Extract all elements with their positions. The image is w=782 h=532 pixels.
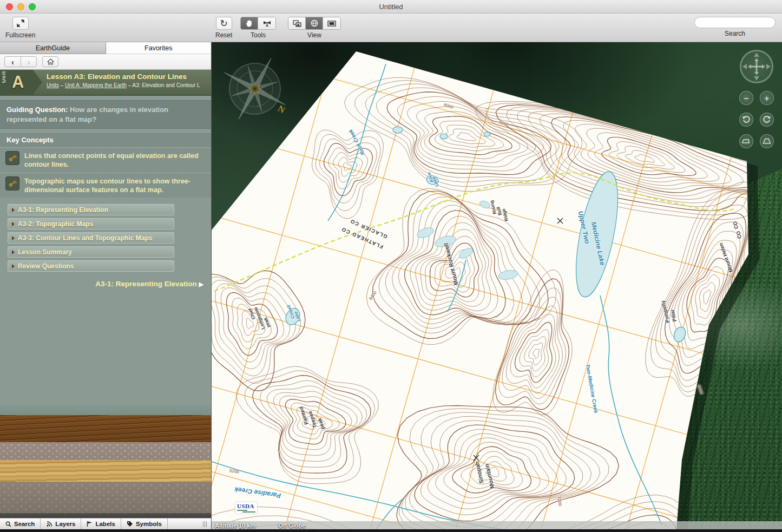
drag-grip-icon[interactable]: [203, 518, 211, 529]
disclosure-triangle-icon: [12, 236, 15, 240]
fly-tool-icon: [263, 20, 271, 27]
lesson-header: Unit A Lesson A3: Elevation and Contour …: [0, 70, 211, 96]
globe-view-button[interactable]: [306, 17, 323, 29]
fly-tool-button[interactable]: [258, 17, 275, 29]
lesson-item-a3-1[interactable]: A3-1: Representing Elevation: [8, 204, 174, 215]
unit-badge: Unit A: [0, 70, 42, 95]
tilt-flat-icon: [742, 138, 751, 145]
bottom-tab-search[interactable]: Search: [0, 518, 41, 529]
tools-segmented-control: [240, 17, 276, 30]
film-view-button[interactable]: [323, 17, 340, 29]
compass-north-label: N: [276, 103, 287, 116]
breadcrumb: Units – Unit A: Mapping the Earth – A3: …: [47, 82, 200, 88]
usda-logo: USDA: [235, 502, 257, 514]
zoom-out-button[interactable]: −: [739, 91, 753, 105]
unit-letter: A: [12, 73, 24, 92]
fullscreen-arrows-icon: [17, 19, 24, 27]
hand-tool-button[interactable]: [241, 17, 258, 29]
next-section-link[interactable]: A3-1: Representing Elevation ▶: [0, 280, 211, 288]
window-title: Untitled: [379, 3, 403, 11]
topographic-map[interactable]: [212, 42, 781, 529]
search-input[interactable]: [700, 18, 782, 27]
bottom-tab-labels[interactable]: Labels: [81, 518, 121, 529]
home-button[interactable]: [42, 56, 58, 67]
tab-favorites[interactable]: Favorites: [106, 42, 212, 54]
bottom-tab-layers[interactable]: Layers: [41, 518, 81, 529]
sidebar-empty-area: [0, 288, 211, 405]
rotate-ccw-button[interactable]: [739, 113, 753, 127]
key-concept-item: Lines that connect points of equal eleva…: [0, 147, 211, 173]
view-segmented-control: [288, 17, 341, 30]
strata-dark-layer: [0, 513, 211, 518]
lesson-item-a3-2[interactable]: A3-2: Topographic Maps: [8, 218, 174, 229]
lesson-item-summary[interactable]: Lesson Summary: [8, 246, 174, 258]
move-cross-icon: [751, 61, 763, 73]
tab-earthguide[interactable]: EarthGuide: [0, 42, 106, 54]
minimize-window-button[interactable]: [17, 3, 24, 10]
pan-control[interactable]: [740, 50, 773, 83]
app-window: Untitled Fullscreen ↻ Reset: [0, 0, 782, 532]
disclosure-triangle-icon: [12, 264, 15, 268]
sidebar: EarthGuide Favorites ‹ › Unit A: [0, 42, 212, 529]
film-view-icon: [327, 20, 336, 27]
tilt-flat-button[interactable]: [739, 134, 753, 148]
strata-illustration: [0, 405, 211, 518]
back-button[interactable]: ‹: [4, 56, 21, 67]
strata-speckled-layer: [0, 442, 211, 460]
fullscreen-button[interactable]: [12, 17, 29, 30]
key-concept-item: Topographic maps use contour lines to sh…: [0, 173, 211, 198]
lesson-title: Lesson A3: Elevation and Contour Lines: [47, 73, 200, 81]
photos-view-button[interactable]: [288, 17, 306, 29]
bottom-tab-symbols[interactable]: Symbols: [121, 518, 168, 529]
forward-button[interactable]: ›: [21, 56, 37, 67]
disclosure-triangle-icon: [12, 222, 15, 226]
reset-label: Reset: [215, 31, 232, 39]
search-icon: [5, 521, 11, 527]
pan-right-icon: [766, 64, 771, 69]
guiding-question: Guiding Question: How are changes in ele…: [0, 100, 211, 129]
layers-icon: [46, 521, 52, 527]
strata-grey-layer: [0, 482, 211, 513]
map-status-bar: Altitude 10 km Off Globe: [212, 521, 782, 529]
key-concept-text: Lines that connect points of equal eleva…: [24, 151, 207, 169]
strata-brown-layer: [0, 415, 211, 442]
disclosure-triangle-icon: [12, 250, 15, 254]
zoom-window-button[interactable]: [29, 3, 36, 10]
tilt-perspective-button[interactable]: [760, 134, 774, 148]
fullscreen-label: Fullscreen: [5, 31, 35, 39]
key-icon: [7, 178, 18, 189]
reset-button[interactable]: ↻: [216, 17, 232, 30]
lesson-item-review[interactable]: Review Questions: [8, 260, 174, 272]
close-window-button[interactable]: [6, 3, 13, 10]
guiding-question-label: Guiding Question:: [6, 106, 68, 114]
breadcrumb-unit-a-link[interactable]: Unit A: Mapping the Earth: [65, 82, 127, 88]
traffic-lights: [6, 3, 36, 10]
lesson-item-a3-3[interactable]: A3-3: Contour Lines and Topographic Maps: [8, 232, 174, 244]
home-icon: [47, 58, 54, 65]
zoom-in-button[interactable]: +: [760, 91, 774, 105]
pan-up-icon: [754, 52, 759, 57]
key-icon-box: [5, 151, 19, 165]
altitude-readout: Altitude 10 km: [215, 522, 255, 529]
search-label: Search: [725, 30, 745, 37]
sidebar-tabs: EarthGuide Favorites: [0, 42, 211, 54]
hand-icon: [246, 19, 253, 27]
map-viewport[interactable]: Upper Two Medicine Lake Two-Medicine Cre…: [212, 42, 782, 529]
globe-mode-readout: Off Globe: [278, 522, 305, 529]
photos-view-icon: [293, 20, 301, 27]
strata-tan-layer: [0, 460, 211, 482]
globe-view-icon: [311, 19, 318, 27]
key-icon: [7, 153, 18, 163]
breadcrumb-units-link[interactable]: Units: [47, 82, 59, 88]
breadcrumb-current: A3: Elevation and Contour L: [132, 82, 200, 88]
breadcrumb-sep: –: [59, 82, 65, 88]
tilt-perspective-icon: [763, 138, 771, 145]
next-arrow-icon: ▶: [199, 281, 203, 287]
sidebar-bottom-bar: Search Layers Labels: [0, 518, 211, 529]
lesson-items: A3-1: Representing Elevation A3-2: Topog…: [8, 204, 174, 274]
flag-icon: [87, 521, 93, 527]
key-concepts-header: Key Concepts: [0, 132, 211, 147]
search-field[interactable]: [694, 17, 776, 28]
view-label: View: [307, 31, 321, 39]
rotate-cw-button[interactable]: [760, 113, 774, 127]
